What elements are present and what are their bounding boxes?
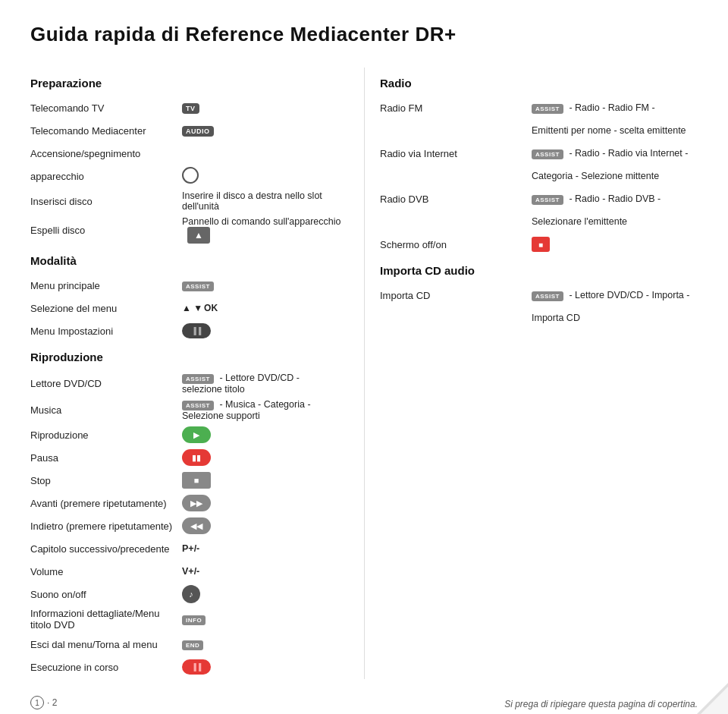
desc-selezionare: Selezionare l'emittente: [532, 216, 698, 227]
red-square-button: ■: [532, 237, 550, 252]
section-title-preparazione: Preparazione: [30, 77, 341, 90]
label-schermo: Schermo off/on: [380, 239, 532, 250]
row-apparecchio: apparecchio: [30, 165, 341, 187]
desc-pausa: ▮▮: [182, 449, 341, 466]
label-lettore-dvd: Lettore DVD/CD: [30, 378, 182, 389]
badge-assist-importa: ASSIST: [532, 291, 563, 301]
footer-page-text: · 2: [47, 697, 57, 708]
row-volume: Volume V+/-: [30, 561, 341, 582]
desc-musica: ASSIST - Musica - Categoria - Selezione …: [182, 399, 341, 421]
desc-schermo: ■: [532, 237, 698, 252]
section-modalita: Modalità Menu principale ASSIST Selezion…: [30, 254, 341, 341]
desc-telecomando-mediacenter: AUDIO: [182, 125, 341, 137]
row-radio-dvb: Radio DVB ASSIST - Radio - Radio DVB -: [380, 188, 698, 209]
row-lettore-dvd: Lettore DVD/CD ASSIST - Lettore DVD/CD -…: [30, 371, 341, 396]
badge-end: END: [182, 640, 203, 650]
desc-selezione-menu: ▲ ▼ OK: [182, 303, 341, 313]
label-apparecchio: apparecchio: [30, 171, 182, 182]
badge-audio: AUDIO: [182, 126, 214, 137]
label-selezione-menu: Selezione del menu: [30, 303, 182, 314]
circle-button: [182, 167, 199, 184]
desc-radio-dvb: ASSIST - Radio - Radio DVB -: [532, 193, 698, 205]
label-accensione: Accensione/spegnimento: [30, 148, 182, 159]
row-pausa: Pausa ▮▮: [30, 447, 341, 468]
label-inserisci-disco: Inserisci disco: [30, 196, 182, 207]
section-radio: Radio Radio FM ASSIST - Radio - Radio FM…: [380, 77, 698, 255]
label-espelli-disco: Espelli disco: [30, 225, 182, 236]
label-info-dvd: Informazioni dettagliate/Menu titolo DVD: [30, 608, 182, 631]
label-indietro: Indietro (premere ripetutamente): [30, 521, 182, 532]
desc-indietro: ◀◀: [182, 517, 341, 534]
badge-assist-lettore: ASSIST: [182, 374, 214, 384]
desc-menu-impostazioni: ▐▐: [182, 323, 341, 338]
row-suono: Suono on/off ♪: [30, 583, 341, 605]
left-column: Preparazione Telecomando TV TV Telecoman…: [30, 68, 364, 679]
row-selezionare: Selezionare l'emittente: [380, 211, 698, 232]
row-accensione: Accensione/spegnimento: [30, 143, 341, 164]
desc-importa-cd2: Importa CD: [532, 313, 698, 323]
row-telecomando-mediacenter: Telecomando Mediacenter AUDIO: [30, 120, 341, 141]
footer-page: 1 · 2: [30, 696, 57, 709]
desc-avanti: ▶▶: [182, 495, 341, 511]
label-telecomando-mediacenter: Telecomando Mediacenter: [30, 125, 182, 137]
desc-importa-cd: ASSIST - Lettore DVD/CD - Importa -: [532, 290, 698, 301]
desc-espelli-disco: Pannello di comando sull'apparecchio ▲: [182, 216, 341, 244]
desc-lettore-dvd: ASSIST - Lettore DVD/CD - selezione tito…: [182, 373, 341, 395]
badge-assist-radio-internet: ASSIST: [532, 149, 563, 159]
section-preparazione: Preparazione Telecomando TV TV Telecoman…: [30, 77, 341, 245]
footer-note: Si prega di ripiegare questa pagina di c…: [504, 699, 698, 709]
desc-menu-principale: ASSIST: [182, 280, 341, 291]
row-espelli-disco: Espelli disco Pannello di comando sull'a…: [30, 215, 341, 245]
row-esci-menu: Esci dal menu/Torna al menu END: [30, 634, 341, 655]
row-importa-cd: Importa CD ASSIST - Lettore DVD/CD - Imp…: [380, 285, 698, 306]
badge-tv: TV: [182, 103, 199, 114]
row-schermo: Schermo off/on ■: [380, 234, 698, 255]
row-categoria: Categoria - Selezione mittente: [380, 165, 698, 187]
desc-esci-menu: END: [182, 639, 341, 650]
row-capitolo: Capitolo successivo/precedente P+/-: [30, 538, 341, 559]
right-column: Radio Radio FM ASSIST - Radio - Radio FM…: [364, 68, 698, 679]
label-suono: Suono on/off: [30, 589, 182, 600]
badge-assist-radio-dvb: ASSIST: [532, 195, 563, 205]
row-telecomando-tv: Telecomando TV TV: [30, 97, 341, 118]
desc-suono: ♪: [182, 585, 341, 603]
desc-apparecchio: [182, 167, 341, 186]
row-selezione-menu: Selezione del menu ▲ ▼ OK: [30, 297, 341, 319]
label-pausa: Pausa: [30, 452, 182, 464]
row-musica: Musica ASSIST - Musica - Categoria - Sel…: [30, 398, 341, 423]
desc-capitolo: P+/-: [182, 543, 341, 554]
section-title-modalita: Modalità: [30, 254, 341, 267]
label-esci-menu: Esci dal menu/Torna al menu: [30, 639, 182, 650]
volume-badge: V+/-: [182, 566, 199, 577]
page-title: Guida rapida di Reference Mediacenter DR…: [30, 23, 698, 46]
row-menu-principale: Menu principale ASSIST: [30, 275, 341, 296]
row-radio-internet: Radio via Internet ASSIST - Radio - Radi…: [380, 143, 698, 164]
section-title-importa: Importa CD audio: [380, 264, 698, 277]
desc-categoria: Categoria - Selezione mittente: [532, 171, 698, 181]
row-importa-cd2: Importa CD: [380, 307, 698, 329]
label-menu-principale: Menu principale: [30, 280, 182, 291]
page-curl: [682, 679, 728, 714]
row-inserisci-disco: Inserisci disco Inserire il disco a dest…: [30, 189, 341, 213]
play-button: ▶: [182, 426, 211, 443]
pill-dark-button: ▐▐: [182, 323, 211, 338]
rw-button: ◀◀: [182, 517, 211, 534]
label-radio-dvb: Radio DVB: [380, 193, 532, 205]
label-riproduzione: Riproduzione: [30, 429, 182, 441]
row-emittenti: Emittenti per nome - scelta emittente: [380, 120, 698, 141]
pill-red-button: ▐▐: [182, 659, 211, 675]
nav-arrows: ▲ ▼ OK: [182, 303, 218, 313]
desc-emittenti: Emittenti per nome - scelta emittente: [532, 125, 698, 136]
label-radio-fm: Radio FM: [380, 102, 532, 114]
circle-num: 1: [30, 696, 44, 709]
label-telecomando-tv: Telecomando TV: [30, 102, 182, 114]
row-avanti: Avanti (premere ripetutamente) ▶▶: [30, 492, 341, 514]
label-stop: Stop: [30, 475, 182, 486]
label-menu-impostazioni: Menu Impostazioni: [30, 326, 182, 337]
label-esecuzione: Esecuzione in corso: [30, 662, 182, 673]
section-title-radio: Radio: [380, 77, 698, 90]
section-riproduzione: Riproduzione Lettore DVD/CD ASSIST - Let…: [30, 351, 341, 678]
badge-assist-radio-fm: ASSIST: [532, 104, 563, 114]
row-stop: Stop ■: [30, 470, 341, 491]
desc-inserisci-disco: Inserire il disco a destra nello slot de…: [182, 190, 341, 212]
